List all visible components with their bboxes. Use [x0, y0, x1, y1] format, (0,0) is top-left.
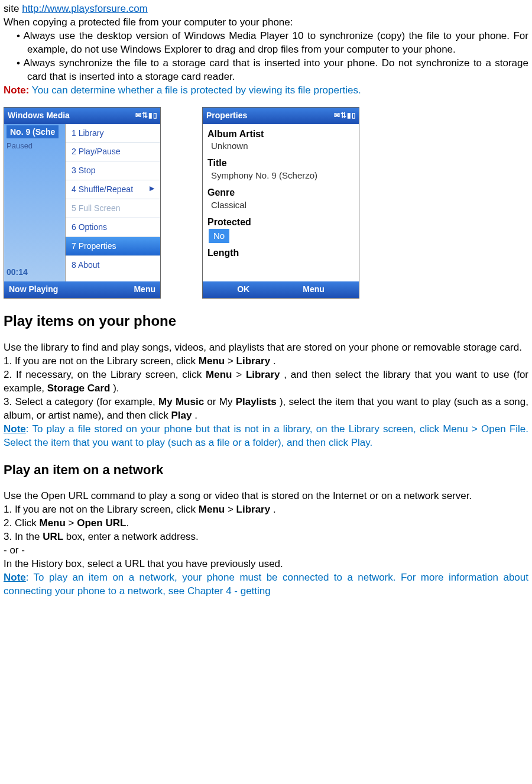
- bold-library-3: Library: [236, 504, 271, 515]
- menu-item-shuffle[interactable]: 4 Shuffle/Repeat▶: [66, 180, 160, 199]
- track-label: No. 9 (Sche: [7, 125, 59, 139]
- network-note: Note: To play an item on a network, your…: [4, 571, 528, 598]
- network-step2: 2. Click Menu > Open URL.: [4, 517, 528, 530]
- note-text-2: : To play a file stored on your phone bu…: [4, 423, 528, 448]
- menu-item-shuffle-label: 4 Shuffle/Repeat: [72, 184, 133, 194]
- phone1-status-icons: ✉⇅▮▯: [135, 111, 158, 120]
- menu-item-fullscreen: 5 Full Screen: [66, 199, 160, 218]
- bold-menu: Menu: [199, 355, 225, 367]
- phone2-status-icons: ✉⇅▮▯: [334, 111, 356, 120]
- t: 3. Select a category (for example,: [4, 396, 158, 407]
- t: ).: [110, 383, 119, 394]
- menu-item-stop[interactable]: 3 Stop: [66, 161, 160, 180]
- play-items-intro: Use the library to find and play songs, …: [4, 341, 528, 355]
- bullet-2: • Always synchronize the file to a stora…: [4, 57, 528, 84]
- menu-item-about[interactable]: 8 About: [66, 256, 160, 274]
- bold-library-2: Library: [246, 369, 280, 380]
- bold-menu-4: Menu: [39, 517, 65, 529]
- menu-item-properties[interactable]: 7 Properties: [66, 237, 160, 256]
- heading-play-items: Play items on your phone: [4, 312, 528, 331]
- network-history: In the History box, select a URL that yo…: [4, 558, 528, 571]
- phone1-title: Windows Media: [8, 110, 70, 121]
- bold-menu-3: Menu: [199, 504, 225, 515]
- site-prefix: site: [4, 3, 22, 14]
- context-menu: 1 Library 2 Play/Pause 3 Stop 4 Shuffle/…: [65, 124, 160, 281]
- bold-playlists: Playlists: [236, 396, 277, 407]
- phone2-titlebar: Properties ✉⇅▮▯: [203, 108, 359, 124]
- phone2-title: Properties: [206, 110, 247, 121]
- play-items-step2: 2. If necessary, on the Library screen, …: [4, 368, 528, 396]
- t: or My: [204, 396, 236, 407]
- chevron-right-icon: ▶: [150, 184, 154, 193]
- bullet-1: • Always use the desktop version of Wind…: [4, 30, 528, 57]
- t: >: [66, 517, 77, 529]
- note-line: Note: You can determine whether a file i…: [4, 84, 528, 98]
- intro-section: site http://www.playsforsure.com When co…: [4, 2, 528, 98]
- phone2-body: Album Artist Unknown Title Symphony No. …: [203, 124, 359, 281]
- t: >: [225, 504, 236, 515]
- value-genre: Classical: [203, 199, 359, 215]
- phone2-softkeys: OK Menu: [203, 281, 359, 298]
- t: .: [126, 517, 129, 529]
- menu-item-library[interactable]: 1 Library: [66, 124, 160, 143]
- value-title: Symphony No. 9 (Scherzo): [203, 170, 359, 185]
- phone1-body: No. 9 (Sche Paused 00:14 1 Library 2 Pla…: [4, 124, 160, 281]
- heading-network: Play an item on a network: [4, 461, 528, 479]
- value-album-artist: Unknown: [203, 140, 359, 155]
- phone1-softkeys: Now Playing Menu: [4, 281, 160, 298]
- note-label-2: Note: [4, 423, 26, 435]
- copy-heading: When copying a protected file from your …: [4, 16, 528, 30]
- play-items-step3: 3. Select a category (for example, My Mu…: [4, 396, 528, 423]
- network-intro: Use the Open URL command to play a song …: [4, 490, 528, 503]
- note-label: Note:: [4, 85, 29, 96]
- bold-storage-card: Storage Card: [47, 383, 111, 394]
- phone-properties: Properties ✉⇅▮▯ Album Artist Unknown Tit…: [202, 107, 359, 299]
- t: 3. In the: [4, 531, 43, 542]
- bold-library: Library: [236, 355, 271, 367]
- t: 1. If you are not on the Library screen,…: [4, 504, 199, 515]
- bold-menu-2: Menu: [206, 369, 232, 380]
- note-text: You can determine whether a file is prot…: [29, 85, 361, 96]
- site-line: site http://www.playsforsure.com: [4, 2, 528, 16]
- t: .: [270, 355, 275, 367]
- network-or: - or -: [4, 544, 528, 558]
- softkey-menu[interactable]: Menu: [134, 284, 155, 295]
- bold-url: URL: [43, 531, 63, 542]
- bold-mymusic: My Music: [158, 396, 204, 407]
- phone1-titlebar: Windows Media ✉⇅▮▯: [4, 108, 160, 124]
- playback-status: Paused: [7, 141, 33, 151]
- softkey-menu-2[interactable]: Menu: [303, 284, 325, 295]
- softkey-nowplaying[interactable]: Now Playing: [9, 284, 58, 295]
- t: .: [270, 504, 275, 515]
- note-label-3: Note: [4, 572, 26, 583]
- label-protected: Protected: [203, 215, 359, 229]
- site-url-link[interactable]: http://www.playsforsure.com: [22, 3, 148, 14]
- t: 1. If you are not on the Library screen,…: [4, 355, 199, 367]
- network-step1: 1. If you are not on the Library screen,…: [4, 503, 528, 517]
- playback-time: 00:14: [7, 267, 28, 278]
- t: 2. If necessary, on the Library screen, …: [4, 369, 206, 380]
- play-items-step1: 1. If you are not on the Library screen,…: [4, 355, 528, 368]
- play-items-note: Note: To play a file stored on your phon…: [4, 423, 528, 450]
- bold-openurl: Open URL: [77, 517, 126, 529]
- phone-windows-media: Windows Media ✉⇅▮▯ No. 9 (Sche Paused 00…: [4, 107, 161, 299]
- t: >: [232, 369, 245, 380]
- bold-play: Play: [171, 410, 192, 421]
- t: >: [225, 355, 236, 367]
- t: box, enter a network address.: [63, 531, 199, 542]
- softkey-ok[interactable]: OK: [237, 284, 249, 295]
- menu-item-options[interactable]: 6 Options: [66, 218, 160, 237]
- note-text-3: : To play an item on a network, your pho…: [4, 572, 528, 597]
- label-genre: Genre: [203, 185, 359, 199]
- menu-item-playpause[interactable]: 2 Play/Pause: [66, 142, 160, 161]
- t: .: [192, 410, 197, 421]
- label-album-artist: Album Artist: [203, 127, 359, 141]
- t: 2. Click: [4, 517, 39, 529]
- label-length: Length: [203, 245, 359, 260]
- label-title: Title: [203, 155, 359, 170]
- network-step3: 3. In the URL box, enter a network addre…: [4, 530, 528, 544]
- value-protected: No: [209, 229, 229, 243]
- screenshots-row: Windows Media ✉⇅▮▯ No. 9 (Sche Paused 00…: [4, 107, 528, 299]
